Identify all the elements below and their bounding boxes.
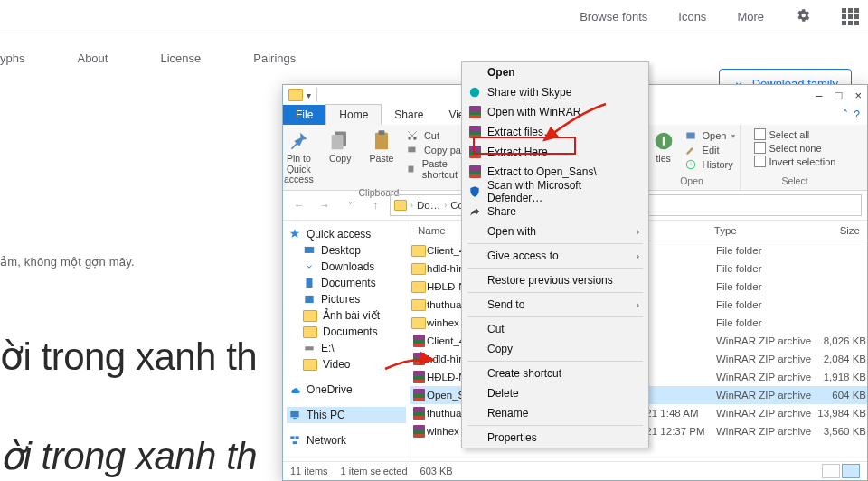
view-details[interactable] xyxy=(842,464,860,478)
window-close[interactable]: × xyxy=(854,89,862,102)
nav-forward[interactable]: → xyxy=(314,195,335,215)
file-size: 13,984 KB xyxy=(816,408,866,419)
folder-icon xyxy=(288,89,303,101)
folder-icon xyxy=(411,299,426,311)
gear-icon[interactable] xyxy=(795,7,811,26)
ctx-create-shortcut[interactable]: Create shortcut xyxy=(462,363,648,383)
window-minimize[interactable]: – xyxy=(816,89,822,102)
ctx-open-winrar[interactable]: Open with WinRAR xyxy=(462,102,648,122)
file-size: 1,918 KB xyxy=(816,372,866,382)
nav-icons[interactable]: Icons xyxy=(678,10,706,24)
ctx-send-to[interactable]: Send to› xyxy=(462,295,648,315)
svg-rect-19 xyxy=(296,436,299,439)
tab-license[interactable]: License xyxy=(160,52,201,65)
sample-text-big-1: ời trong xanh th xyxy=(0,335,257,379)
file-type: WinRAR ZIP archive xyxy=(716,426,816,437)
svg-rect-14 xyxy=(305,296,313,303)
svg-rect-13 xyxy=(307,278,313,288)
chevron-right-icon: › xyxy=(637,300,639,310)
ctx-rename[interactable]: Rename xyxy=(462,403,648,423)
sidebar-item-downloads[interactable]: Downloads xyxy=(287,259,406,275)
ribbon-help[interactable]: ˄ ? xyxy=(835,105,867,125)
chevron-down-icon[interactable]: ▾ xyxy=(307,90,311,100)
svg-rect-1 xyxy=(332,135,344,149)
ctx-delete[interactable]: Delete xyxy=(462,383,648,403)
sidebar-item-documents-2[interactable]: Documents xyxy=(287,324,406,340)
ctx-share-skype[interactable]: Share with Skype xyxy=(462,82,648,102)
nav-more[interactable]: More xyxy=(737,10,764,24)
pin-quick-access-button[interactable]: Pin to Quick access xyxy=(281,128,316,185)
winrar-icon xyxy=(467,105,482,119)
nav-recent[interactable]: ˅ xyxy=(339,195,361,215)
sidebar-item-onedrive[interactable]: OneDrive xyxy=(287,382,406,398)
folder-icon xyxy=(411,281,426,293)
sidebar-item-video[interactable]: Video xyxy=(287,356,406,373)
col-type[interactable]: Type xyxy=(707,221,808,240)
sidebar-item-network[interactable]: Network xyxy=(287,432,406,448)
ctx-extract-files[interactable]: Extract files… xyxy=(462,122,648,142)
breadcrumb[interactable]: Do… xyxy=(417,200,440,211)
tab-glyphs[interactable]: yphs xyxy=(0,52,24,65)
select-label: Select xyxy=(781,174,807,186)
sidebar-item-desktop[interactable]: Desktop xyxy=(287,242,406,259)
ctx-open-with[interactable]: Open with› xyxy=(462,222,648,241)
sample-text-small: ảm, không một gợn mây. xyxy=(0,255,135,269)
svg-rect-6 xyxy=(408,147,415,153)
tab-about[interactable]: About xyxy=(77,52,108,65)
share-icon xyxy=(467,204,482,219)
sidebar-item-pictures[interactable]: Pictures xyxy=(287,291,406,307)
file-type: WinRAR ZIP archive xyxy=(716,372,816,382)
open-button[interactable]: Open ▾ xyxy=(684,128,736,143)
ctx-extract-here[interactable]: Extract Here xyxy=(462,142,648,162)
ctx-properties[interactable]: Properties xyxy=(462,428,648,448)
winrar-icon xyxy=(467,125,482,139)
sidebar-item-documents[interactable]: Documents xyxy=(287,275,406,291)
paste-button[interactable]: Paste xyxy=(364,128,399,165)
properties-button[interactable]: ties xyxy=(648,128,679,165)
invert-selection-button[interactable]: Invert selection xyxy=(754,156,836,167)
apps-grid-icon[interactable] xyxy=(842,8,859,25)
history-button[interactable]: History xyxy=(684,157,736,172)
ctx-give-access[interactable]: Give access to› xyxy=(462,246,648,266)
file-type: File folder xyxy=(716,317,816,328)
ctx-defender[interactable]: Scan with Microsoft Defender… xyxy=(462,182,648,202)
file-type: File folder xyxy=(716,263,816,274)
skype-icon xyxy=(467,85,482,99)
svg-point-21 xyxy=(470,88,480,98)
svg-rect-7 xyxy=(408,166,413,173)
ctx-cut[interactable]: Cut xyxy=(462,319,648,339)
tab-home[interactable]: Home xyxy=(326,104,382,125)
ctx-copy[interactable]: Copy xyxy=(462,339,648,359)
ctx-share[interactable]: Share xyxy=(462,202,648,222)
folder-icon xyxy=(411,317,426,329)
select-all-button[interactable]: Select all xyxy=(754,128,810,140)
sidebar-item-thispc[interactable]: This PC xyxy=(287,407,406,423)
col-size[interactable]: Size xyxy=(808,221,867,240)
nav-up[interactable]: ↑ xyxy=(364,195,386,215)
nav-browse[interactable]: Browse fonts xyxy=(580,10,647,24)
folder-icon xyxy=(411,263,426,275)
tab-pairings[interactable]: Pairings xyxy=(253,52,296,65)
window-maximize[interactable]: □ xyxy=(835,89,843,102)
chevron-right-icon: › xyxy=(637,251,639,261)
file-menu[interactable]: File xyxy=(283,105,326,125)
folder-icon xyxy=(411,245,426,257)
sidebar-item-edrive[interactable]: E:\ xyxy=(287,340,406,356)
view-thumbnails[interactable] xyxy=(822,464,840,478)
nav-back[interactable]: ← xyxy=(288,195,310,215)
copy-button[interactable]: Copy xyxy=(323,128,357,165)
select-none-button[interactable]: Select none xyxy=(754,142,822,154)
svg-rect-16 xyxy=(290,411,298,417)
status-selected: 1 item selected xyxy=(341,466,408,476)
edit-button[interactable]: Edit xyxy=(684,143,736,157)
svg-rect-10 xyxy=(686,133,694,139)
quick-access[interactable]: Quick access xyxy=(287,226,406,242)
ctx-restore[interactable]: Restore previous versions xyxy=(462,270,648,290)
status-items: 11 items xyxy=(290,466,328,476)
svg-rect-12 xyxy=(305,247,315,253)
tab-share[interactable]: Share xyxy=(382,105,436,125)
open-label: Open xyxy=(680,174,703,186)
sidebar-item-anh[interactable]: Ảnh bài viết xyxy=(287,307,406,324)
ctx-open[interactable]: Open xyxy=(462,62,648,82)
file-type: WinRAR ZIP archive xyxy=(716,390,816,401)
